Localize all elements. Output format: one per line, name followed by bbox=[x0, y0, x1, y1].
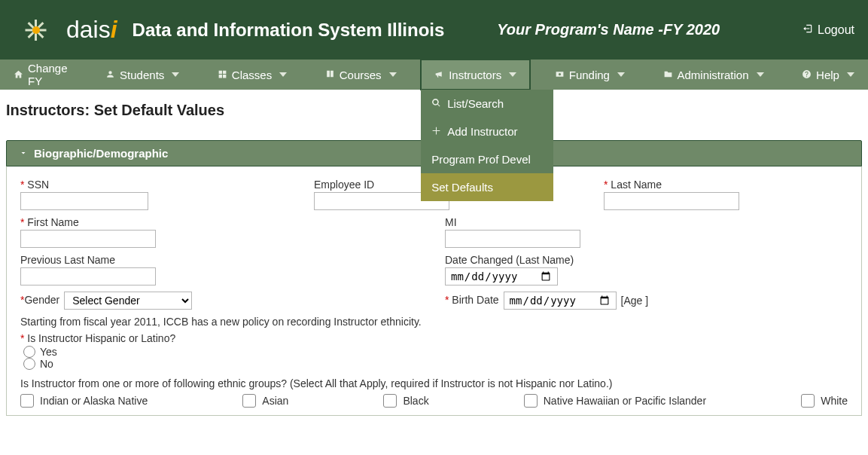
ssn-label: SSN bbox=[27, 179, 49, 191]
ethnic-asian-label: Asian bbox=[262, 395, 288, 407]
dropdown-add-instructor-label: Add Instructor bbox=[447, 125, 517, 138]
nav-classes-label: Classes bbox=[232, 69, 272, 81]
field-last-name: * Last Name bbox=[604, 179, 739, 210]
dropdown-prof-devel[interactable]: Program Prof Devel bbox=[421, 145, 553, 173]
ssn-input[interactable] bbox=[20, 192, 148, 210]
nav-instructors[interactable]: Instructors List/Search Add Instructor P… bbox=[421, 60, 530, 90]
logo-text: daisi bbox=[66, 16, 117, 44]
folder-icon bbox=[663, 69, 673, 81]
hispanic-question: Is Instructor Hispanic or Latino? bbox=[27, 332, 175, 344]
main-nav: Change FY Students Classes Courses Instr… bbox=[0, 60, 868, 90]
ethnic-hawaiian[interactable]: Native Hawaiian or Pacific Islander bbox=[524, 394, 706, 408]
field-prev-last-name: Previous Last Name bbox=[20, 254, 430, 286]
logout-link[interactable]: Logout bbox=[803, 23, 854, 37]
caret-icon bbox=[617, 72, 625, 77]
age-suffix: [Age ] bbox=[621, 295, 649, 307]
plus-icon bbox=[431, 125, 441, 138]
nav-classes[interactable]: Classes bbox=[204, 60, 300, 90]
caret-icon bbox=[279, 72, 287, 77]
mi-label: MI bbox=[445, 216, 580, 228]
nav-help[interactable]: Help bbox=[788, 60, 868, 90]
ethnic-asian[interactable]: Asian bbox=[242, 394, 288, 408]
gender-select[interactable]: Select Gender bbox=[64, 292, 192, 310]
date-changed-input[interactable] bbox=[445, 267, 558, 286]
nav-administration[interactable]: Administration bbox=[650, 60, 778, 90]
nav-change-fy[interactable]: Change FY bbox=[0, 60, 81, 90]
field-date-changed: Date Changed (Last Name) bbox=[445, 254, 574, 286]
logo-mark bbox=[14, 11, 59, 49]
nav-students[interactable]: Students bbox=[92, 60, 193, 90]
ethnic-indian-label: Indian or Alaska Native bbox=[40, 395, 148, 407]
nav-funding-label: Funding bbox=[569, 69, 610, 81]
nav-students-label: Students bbox=[120, 69, 164, 81]
birth-date-label: Birth Date bbox=[452, 294, 498, 306]
checkbox-icon bbox=[801, 394, 815, 408]
logo: daisi bbox=[14, 11, 117, 49]
dropdown-list-search-label: List/Search bbox=[447, 97, 504, 110]
first-name-label: First Name bbox=[27, 216, 78, 228]
radio-icon bbox=[23, 346, 35, 358]
ethnic-groups-question: Is Instructor from one or more of follow… bbox=[20, 377, 848, 389]
nav-administration-label: Administration bbox=[678, 69, 749, 81]
nav-change-fy-label: Change FY bbox=[28, 62, 68, 87]
caret-icon bbox=[847, 72, 854, 77]
gender-label: Gender bbox=[24, 294, 59, 306]
top-header: daisi Data and Information System Illino… bbox=[0, 0, 868, 60]
grid-icon bbox=[218, 69, 227, 81]
hispanic-no[interactable]: No bbox=[23, 358, 848, 370]
hispanic-radio-group: Yes No bbox=[20, 346, 848, 370]
search-icon bbox=[431, 97, 441, 110]
dropdown-add-instructor[interactable]: Add Instructor bbox=[421, 118, 553, 145]
nav-courses-label: Courses bbox=[340, 69, 382, 81]
ethnic-white-label: White bbox=[821, 395, 848, 407]
dropdown-set-defaults-label: Set Defaults bbox=[431, 181, 493, 194]
nav-help-label: Help bbox=[816, 69, 839, 81]
mi-input[interactable] bbox=[445, 230, 580, 248]
field-birth-date: * Birth Date [Age ] bbox=[445, 292, 648, 310]
last-name-input[interactable] bbox=[604, 192, 739, 210]
birth-date-input[interactable] bbox=[504, 292, 617, 310]
app-title: Data and Information System Illinois bbox=[132, 20, 445, 41]
first-name-input[interactable] bbox=[20, 230, 156, 248]
nav-courses[interactable]: Courses bbox=[312, 60, 410, 90]
ethnic-group-row: Indian or Alaska Native Asian Black Nati… bbox=[20, 394, 848, 408]
home-icon bbox=[14, 69, 23, 81]
chevron-down-icon bbox=[19, 147, 28, 160]
ethnic-white[interactable]: White bbox=[801, 394, 848, 408]
ethnicity-policy-note: Starting from fiscal year 2011, ICCB has… bbox=[20, 316, 848, 328]
radio-icon bbox=[23, 358, 35, 370]
checkbox-icon bbox=[524, 394, 538, 408]
megaphone-icon bbox=[434, 69, 444, 81]
checkbox-icon bbox=[383, 394, 397, 408]
program-name: Your Program's Name -FY 2020 bbox=[497, 21, 720, 38]
ethnic-black-label: Black bbox=[403, 395, 428, 407]
radio-no-label: No bbox=[40, 358, 53, 370]
instructors-dropdown: List/Search Add Instructor Program Prof … bbox=[421, 90, 553, 201]
caret-icon bbox=[757, 72, 764, 77]
date-changed-label: Date Changed (Last Name) bbox=[445, 254, 574, 266]
checkbox-icon bbox=[242, 394, 256, 408]
prev-last-name-input[interactable] bbox=[20, 267, 156, 286]
money-icon bbox=[555, 69, 565, 81]
field-ssn: * SSN bbox=[20, 179, 299, 210]
hispanic-yes[interactable]: Yes bbox=[23, 346, 848, 358]
panel-body: * SSN Employee ID * Last Name * First Na… bbox=[6, 166, 862, 416]
last-name-label: Last Name bbox=[611, 179, 662, 191]
radio-yes-label: Yes bbox=[40, 346, 57, 358]
dropdown-set-defaults[interactable]: Set Defaults bbox=[421, 173, 553, 201]
prev-last-name-label: Previous Last Name bbox=[20, 254, 430, 266]
ethnic-black[interactable]: Black bbox=[383, 394, 428, 408]
dropdown-list-search[interactable]: List/Search bbox=[421, 90, 553, 118]
person-icon bbox=[105, 69, 115, 81]
ethnic-hawaiian-label: Native Hawaiian or Pacific Islander bbox=[544, 395, 706, 407]
field-mi: MI bbox=[445, 216, 580, 248]
nav-funding[interactable]: Funding bbox=[541, 60, 638, 90]
help-icon bbox=[802, 69, 812, 81]
ethnic-indian[interactable]: Indian or Alaska Native bbox=[20, 394, 148, 408]
logout-label: Logout bbox=[818, 23, 854, 37]
checkbox-icon bbox=[20, 394, 34, 408]
logout-icon bbox=[803, 23, 813, 37]
panel-heading-label: Biographic/Demographic bbox=[34, 147, 168, 160]
book-icon bbox=[325, 69, 335, 81]
field-gender: *Gender Select Gender bbox=[20, 292, 430, 310]
